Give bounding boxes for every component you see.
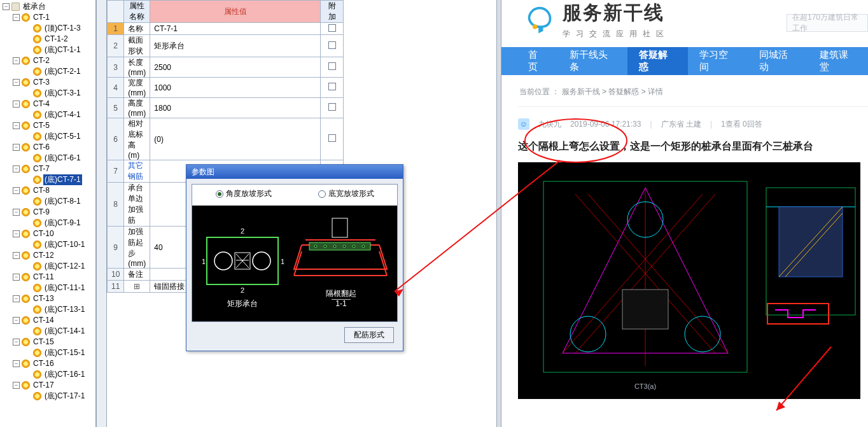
prop-value[interactable]: CT-7-1 <box>150 23 321 35</box>
prop-row[interactable]: 2截面形状 矩形承台 <box>108 35 344 57</box>
col-value[interactable]: 属性值 <box>150 1 321 23</box>
expand-icon[interactable]: − <box>13 317 20 324</box>
tree-item[interactable]: CT-2 <box>32 55 51 66</box>
tree-item[interactable]: CT-6 <box>32 142 51 153</box>
tree-item[interactable]: (底)CT-5-1 <box>43 131 82 142</box>
prop-name[interactable]: 承台单边加强筋 <box>124 183 150 227</box>
expand-icon[interactable]: − <box>13 165 20 172</box>
tree-item[interactable]: CT-1 <box>32 12 51 23</box>
prop-row[interactable]: 6相对底标高(m) (0) <box>108 118 344 160</box>
prop-value[interactable]: (0) <box>150 118 321 160</box>
prop-extra-checkbox[interactable] <box>321 78 344 98</box>
prop-extra-checkbox[interactable] <box>321 118 344 160</box>
pane-gutter[interactable] <box>97 0 107 427</box>
dialog-title[interactable]: 参数图 <box>186 165 403 179</box>
tree-item[interactable]: (底)CT-15-1 <box>43 347 86 358</box>
row-number[interactable]: 2 <box>108 35 124 57</box>
tree-item[interactable]: (底)CT-6-1 <box>43 153 82 164</box>
prop-extra-checkbox[interactable] <box>321 35 344 57</box>
prop-name[interactable]: 加强筋起步(mm) <box>124 227 150 269</box>
tree-item[interactable]: CT-14 <box>32 315 55 326</box>
expand-icon[interactable]: − <box>13 187 20 194</box>
tree-item[interactable]: (底)CT-9-1 <box>43 218 82 228</box>
expand-icon[interactable]: − <box>13 295 20 302</box>
row-number[interactable]: 9 <box>108 227 124 269</box>
prop-value[interactable]: 2500 <box>150 57 321 78</box>
expand-plus-icon[interactable]: ⊞ <box>124 281 150 293</box>
prop-row[interactable]: 4宽度(mm) 1000 <box>108 78 344 98</box>
tree-item[interactable]: CT-3 <box>32 77 51 88</box>
expand-icon[interactable]: − <box>13 274 20 281</box>
tree-item[interactable]: (底)CT-1-1 <box>43 45 82 55</box>
row-number[interactable]: 4 <box>108 78 124 98</box>
radio-angle-slope[interactable]: 角度放坡形式 <box>216 188 272 199</box>
prop-value[interactable]: 1000 <box>150 78 321 98</box>
prop-extra-checkbox[interactable] <box>321 98 344 118</box>
prop-name[interactable]: 截面形状 <box>124 35 150 57</box>
expand-icon[interactable]: − <box>13 230 20 237</box>
crumb-link[interactable]: 服务新干线 <box>562 87 600 96</box>
tree-item[interactable]: CT-15 <box>32 337 55 347</box>
tree-item[interactable]: (底)CT-2-1 <box>43 66 82 77</box>
tree-item[interactable]: (底)CT-16-1 <box>43 369 86 380</box>
expand-icon[interactable]: − <box>3 3 10 10</box>
tree-item[interactable]: (底)CT-11-1 <box>43 283 86 293</box>
expand-icon[interactable]: − <box>13 209 20 216</box>
tree-item[interactable]: CT-13 <box>32 293 55 304</box>
col-extra[interactable]: 附加 <box>321 1 344 23</box>
tree-item[interactable]: (底)CT-3-1 <box>43 88 82 99</box>
prop-extra-checkbox[interactable] <box>321 23 344 35</box>
tree-item[interactable]: (底)CT-14-1 <box>43 326 86 337</box>
expand-icon[interactable]: − <box>13 360 20 367</box>
expand-icon[interactable]: − <box>13 252 20 259</box>
tree-item[interactable]: CT-1-2 <box>43 34 69 45</box>
row-number[interactable]: 7 <box>108 160 124 183</box>
tree-item[interactable]: CT-8 <box>32 185 51 196</box>
expand-icon[interactable]: − <box>13 144 20 151</box>
prop-name[interactable]: 备注 <box>124 269 150 281</box>
tree-item[interactable]: CT-5 <box>32 120 51 131</box>
tree-item[interactable]: CT-9 <box>32 207 51 218</box>
tree-item[interactable]: CT-10 <box>32 228 55 239</box>
nav-item[interactable]: 新干线头条 <box>558 47 627 75</box>
expand-icon[interactable]: − <box>13 14 20 21</box>
radio-width-slope[interactable]: 底宽放坡形式 <box>318 188 374 199</box>
nav-item[interactable]: 答疑解惑 <box>627 47 687 75</box>
nav-item[interactable]: 首页 <box>517 47 558 75</box>
tree-item[interactable]: (底)CT-10-1 <box>43 239 86 250</box>
prop-name[interactable]: 宽度(mm) <box>124 78 150 98</box>
search-input[interactable]: 在超170万建筑日常工作 <box>787 14 868 32</box>
prop-extra-checkbox[interactable] <box>321 57 344 78</box>
prop-name[interactable]: 高度(mm) <box>124 98 150 118</box>
expand-icon[interactable]: − <box>13 101 20 108</box>
expand-icon[interactable]: − <box>13 57 20 64</box>
meta-user[interactable]: 九块九 <box>538 119 561 130</box>
prop-name[interactable]: 相对底标高(m) <box>124 118 150 160</box>
avatar-icon[interactable]: ☺ <box>518 118 529 130</box>
prop-value[interactable]: 矩形承台 <box>150 35 321 57</box>
expand-icon[interactable]: − <box>13 382 20 389</box>
crumb-link[interactable]: 详情 <box>648 87 663 96</box>
expand-icon[interactable]: − <box>13 122 20 129</box>
row-number[interactable]: 8 <box>108 183 124 227</box>
prop-row[interactable]: 5高度(mm) 1800 <box>108 98 344 118</box>
nav-item[interactable]: 建筑课堂 <box>808 47 868 75</box>
tree-item[interactable]: (底)CT-13-1 <box>43 304 86 315</box>
row-number[interactable]: 5 <box>108 98 124 118</box>
row-number[interactable]: 10 <box>108 269 124 281</box>
tree-item[interactable]: CT-7 <box>32 164 51 174</box>
tree-item[interactable]: CT-16 <box>32 358 55 369</box>
prop-name[interactable]: 长度(mm) <box>124 57 150 78</box>
col-name[interactable]: 属性名称 <box>124 1 150 23</box>
vertical-splitter[interactable] <box>496 0 501 427</box>
tree-view[interactable]: − 桩承台− CT-1 (顶)CT-1-3 CT-1-2 <box>0 0 97 427</box>
row-number[interactable]: 3 <box>108 57 124 78</box>
expand-icon[interactable]: − <box>13 339 20 346</box>
prop-name[interactable]: 其它钢筋 <box>124 160 150 183</box>
tree-item[interactable]: (底)CT-12-1 <box>43 261 86 272</box>
tree-item[interactable]: CT-17 <box>32 380 55 391</box>
tree-item[interactable]: (底)CT-4-1 <box>43 109 82 120</box>
prop-value[interactable]: 1800 <box>150 98 321 118</box>
tree-item[interactable]: CT-11 <box>32 272 55 283</box>
tree-item[interactable]: CT-4 <box>32 99 51 109</box>
